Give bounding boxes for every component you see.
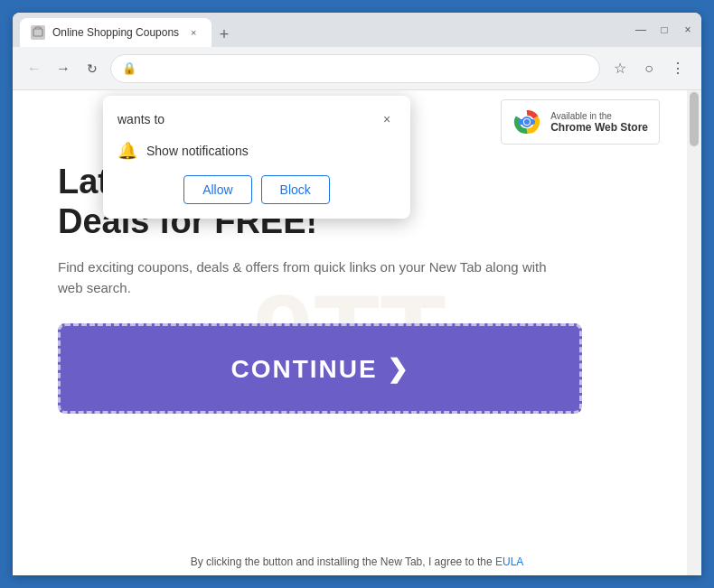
close-button[interactable]: ×	[681, 23, 694, 36]
menu-icon[interactable]: ⋮	[665, 56, 691, 81]
svg-point-5	[524, 119, 530, 125]
tab-favicon	[31, 25, 45, 40]
eula-link[interactable]: EULA	[495, 555, 523, 568]
popup-buttons: Allow Block	[117, 175, 396, 204]
continue-button[interactable]: CONTINUE ❯	[58, 323, 582, 414]
block-button[interactable]: Block	[261, 175, 330, 204]
footer-static-text: By clicking the button and installing th…	[191, 555, 493, 568]
notification-row: 🔔 Show notifications	[117, 141, 396, 161]
allow-button[interactable]: Allow	[183, 175, 251, 204]
sub-text: Find exciting coupons, deals & offers fr…	[58, 257, 564, 298]
active-tab[interactable]: Online Shopping Coupons ×	[20, 18, 211, 47]
forward-button[interactable]: →	[52, 58, 74, 79]
tab-area: Online Shopping Coupons × +	[20, 13, 622, 47]
maximize-button[interactable]: □	[658, 23, 671, 36]
badge-bottom-text: Chrome Web Store	[550, 121, 648, 134]
popup-header: wants to ×	[117, 110, 396, 128]
svg-rect-0	[33, 29, 42, 36]
title-bar: Online Shopping Coupons × + — □ ×	[13, 13, 701, 47]
address-bar: ← → ↻ 🔒 ☆ ○ ⋮	[13, 47, 701, 90]
bookmark-star-icon[interactable]: ☆	[607, 56, 633, 81]
reload-button[interactable]: ↻	[81, 58, 103, 79]
new-tab-button[interactable]: +	[211, 22, 237, 47]
window-controls: — □ ×	[627, 23, 694, 36]
content-area: 9TT	[13, 90, 701, 575]
notification-label: Show notifications	[146, 144, 249, 158]
badge-text: Available in the Chrome Web Store	[550, 111, 648, 134]
bell-icon: 🔔	[117, 141, 137, 161]
scrollbar-thumb[interactable]	[690, 92, 699, 146]
chrome-logo-icon	[512, 107, 541, 136]
back-button[interactable]: ←	[23, 58, 45, 79]
minimize-button[interactable]: —	[634, 23, 647, 36]
scrollbar[interactable]	[687, 90, 701, 575]
url-bar[interactable]: 🔒	[110, 54, 600, 83]
browser-window: Online Shopping Coupons × + — □ × ← → ↻ …	[13, 13, 701, 575]
notification-popup: wants to × 🔔 Show notifications Allow Bl…	[103, 96, 410, 219]
popup-title: wants to	[117, 112, 164, 126]
footer-text: By clicking the button and installing th…	[13, 555, 701, 568]
toolbar-icons: ☆ ○ ⋮	[607, 56, 691, 81]
lock-icon: 🔒	[122, 61, 136, 75]
tab-close-button[interactable]: ×	[186, 25, 201, 40]
badge-top-text: Available in the	[550, 111, 648, 121]
tab-title: Online Shopping Coupons	[52, 26, 179, 39]
account-icon[interactable]: ○	[636, 56, 662, 81]
popup-close-button[interactable]: ×	[378, 110, 396, 128]
chrome-store-badge[interactable]: Available in the Chrome Web Store	[501, 99, 660, 145]
